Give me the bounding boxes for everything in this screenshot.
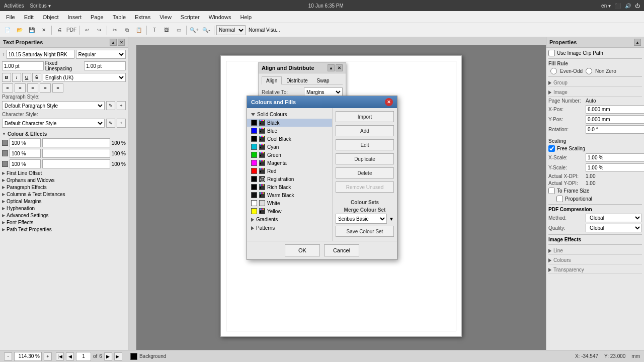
next-page-btn[interactable]: ▶ <box>104 352 112 360</box>
align-right-btn[interactable]: ≡ <box>27 83 38 93</box>
print-btn[interactable]: 🖨 <box>54 25 65 36</box>
open-btn[interactable]: 📂 <box>14 25 25 36</box>
section-orphans[interactable]: ▶ Orphans and Widows <box>2 177 126 183</box>
section-first-line[interactable]: ▶ First Line Offset <box>2 170 126 176</box>
colour-item-black[interactable]: Black <box>247 119 332 127</box>
colour-item-rich-black[interactable]: Rich Black <box>247 183 332 191</box>
colour-item-warm-black[interactable]: Warm Black <box>247 191 332 199</box>
ok-btn[interactable]: OK <box>285 244 320 256</box>
proportional-checkbox[interactable] <box>556 196 563 202</box>
menu-file[interactable]: File <box>2 13 19 21</box>
colour-effects-expand[interactable]: ▼ <box>2 132 6 136</box>
para-style-new-btn[interactable]: + <box>117 101 126 110</box>
xpos-input[interactable] <box>586 105 644 114</box>
text-tool[interactable]: T <box>149 25 160 36</box>
scribus-menu[interactable]: Scribus ▾ <box>30 3 50 9</box>
import-btn[interactable]: Import <box>336 111 394 122</box>
delete-btn[interactable]: Delete <box>336 167 394 178</box>
cut-btn[interactable]: ✂ <box>109 25 120 36</box>
redo-btn[interactable]: ↪ <box>94 25 105 36</box>
menu-view[interactable]: View <box>155 13 176 21</box>
colour-item-registration[interactable]: Registration <box>247 175 332 183</box>
colour-item-blue[interactable]: Blue <box>247 127 332 135</box>
panel-float-btn[interactable]: ▲ <box>110 39 117 46</box>
power-icon[interactable]: ⏻ <box>635 3 640 9</box>
align-panel-float-btn[interactable]: ▲ <box>328 64 335 71</box>
tab-swap[interactable]: Swap <box>312 76 334 84</box>
zoom-in-btn[interactable]: 🔍+ <box>189 25 200 36</box>
transparency-section[interactable]: Transparency <box>548 266 642 274</box>
color-input-3[interactable] <box>42 159 110 168</box>
prev-page-btn[interactable]: ◀ <box>66 352 74 360</box>
section-advanced[interactable]: ▶ Advanced Settings <box>2 213 126 218</box>
quality-select[interactable]: Global <box>586 224 642 232</box>
colour-item-magenta[interactable]: Magenta <box>247 159 332 167</box>
colour-item-white[interactable]: White <box>247 199 332 207</box>
image-tool[interactable]: 🖼 <box>161 25 172 36</box>
dialog-close-btn[interactable]: ✕ <box>385 98 393 106</box>
opacity-input-3[interactable] <box>10 159 41 168</box>
line-spacing-input[interactable] <box>84 61 126 70</box>
activities-label[interactable]: Activities <box>4 3 24 9</box>
panel-close-btn[interactable]: ✕ <box>118 39 125 46</box>
copy-btn[interactable]: ⧉ <box>121 25 132 36</box>
menu-page[interactable]: Page <box>87 13 108 21</box>
clip-path-checkbox[interactable] <box>548 50 555 56</box>
menu-help[interactable]: Help <box>236 13 256 21</box>
paste-btn[interactable]: 📋 <box>133 25 144 36</box>
section-paragraph-effects[interactable]: ▶ Paragraph Effects <box>2 185 126 190</box>
props-float-btn[interactable]: ▲ <box>634 39 641 46</box>
italic-btn[interactable]: I <box>12 73 21 82</box>
font-weight-select[interactable]: Regular <box>76 50 126 59</box>
character-style-select[interactable]: Default Character Style <box>2 119 105 128</box>
underline-btn[interactable]: U <box>22 73 31 82</box>
patterns-category[interactable]: Patterns <box>247 224 332 232</box>
language-select[interactable]: English (UK) <box>43 73 126 82</box>
zoom-in-status-btn[interactable]: + <box>44 352 52 360</box>
non-zero-radio[interactable] <box>586 68 592 74</box>
shape-tool[interactable]: ▭ <box>173 25 184 36</box>
bold-btn[interactable]: B <box>2 73 11 82</box>
colour-item-green[interactable]: Green <box>247 151 332 159</box>
color-input-1[interactable] <box>42 138 110 147</box>
align-center-btn[interactable]: ≡ <box>15 83 26 93</box>
section-font-effects[interactable]: ▶ Font Effects <box>2 220 126 225</box>
rotation-input[interactable] <box>586 125 644 134</box>
menu-insert[interactable]: Insert <box>64 13 86 21</box>
tab-align[interactable]: Align <box>262 76 282 84</box>
merge-colour-set-select[interactable]: Scribus Basic <box>336 214 387 224</box>
close-btn[interactable]: ✕ <box>38 25 49 36</box>
method-select[interactable]: Global <box>586 214 642 222</box>
menu-edit[interactable]: Edit <box>20 13 38 21</box>
menu-object[interactable]: Object <box>39 13 63 21</box>
section-hyphen[interactable]: ▶ Hyphenation <box>2 206 126 211</box>
align-left-btn[interactable]: ≡ <box>2 83 13 93</box>
first-page-btn[interactable]: |◀ <box>56 352 64 360</box>
char-style-new-btn[interactable]: + <box>117 119 126 128</box>
align-panel-close-btn[interactable]: ✕ <box>336 64 343 71</box>
colour-item-cyan[interactable]: Cyan <box>247 143 332 151</box>
color-input-2[interactable] <box>42 149 110 158</box>
image-section[interactable]: Image <box>548 88 642 97</box>
free-scaling-checkbox[interactable] <box>548 145 555 152</box>
new-btn[interactable]: 📄 <box>2 25 13 36</box>
menu-table[interactable]: Table <box>109 13 130 21</box>
remove-unused-btn[interactable]: Remove Unused <box>336 182 394 193</box>
colour-item-cool-black[interactable]: Cool Black <box>247 135 332 143</box>
colours-section[interactable]: Colours <box>548 256 642 264</box>
menu-extras[interactable]: Extras <box>131 13 154 21</box>
view-mode-select[interactable]: Normal Preview <box>216 25 246 35</box>
last-page-btn[interactable]: ▶| <box>114 352 122 360</box>
solid-colours-category[interactable]: Solid Colours <box>247 110 332 119</box>
tab-distribute[interactable]: Distribute <box>282 76 312 84</box>
paragraph-style-select[interactable]: Default Paragraph Style <box>2 101 105 110</box>
section-optical[interactable]: ▶ Optical Margins <box>2 199 126 204</box>
page-number-input[interactable] <box>76 352 91 361</box>
duplicate-btn[interactable]: Duplicate <box>336 153 394 164</box>
colours-fills-dialog[interactable]: Colours and Fills ✕ Solid Colours <box>247 96 397 260</box>
font-name-input[interactable] <box>7 50 74 59</box>
strikethrough-btn[interactable]: S̶ <box>32 73 41 82</box>
colour-item-red[interactable]: Red <box>247 167 332 175</box>
zoom-input[interactable] <box>14 352 42 361</box>
to-frame-size-checkbox[interactable] <box>548 188 555 194</box>
